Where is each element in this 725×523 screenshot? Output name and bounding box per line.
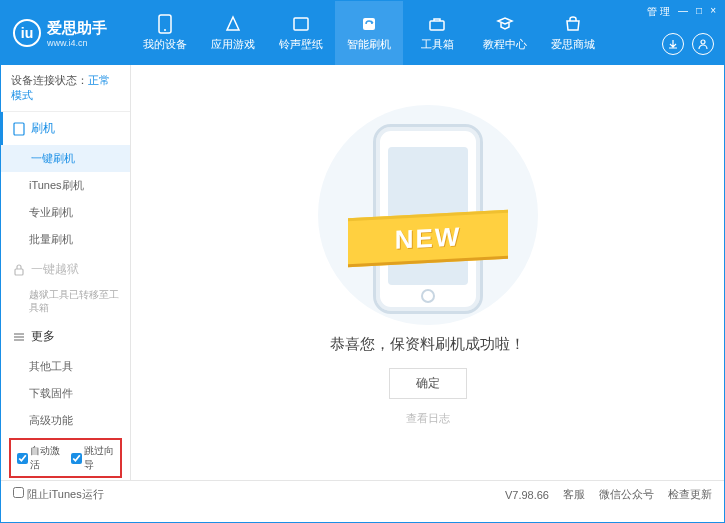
logo-icon: iu [13,19,41,47]
svg-rect-2 [294,18,308,30]
nav-ringtones[interactable]: 铃声壁纸 [267,1,335,65]
wallpaper-icon [291,14,311,34]
group-flash[interactable]: 刷机 [1,112,130,145]
minimize-button[interactable]: — [678,5,688,19]
svg-point-1 [164,29,166,31]
check-update-link[interactable]: 检查更新 [668,487,712,502]
sidebar-item-advanced[interactable]: 高级功能 [1,407,130,434]
group-label: 一键越狱 [31,261,79,278]
nav-label: 教程中心 [483,37,527,52]
ok-button[interactable]: 确定 [389,368,467,399]
nav-flash[interactable]: 智能刷机 [335,1,403,65]
wechat-link[interactable]: 微信公众号 [599,487,654,502]
group-label: 刷机 [31,120,55,137]
svg-rect-3 [363,18,375,30]
store-icon [563,14,583,34]
svg-rect-6 [14,123,24,135]
logo-area: iu 爱思助手 www.i4.cn [1,19,131,48]
more-icon [13,332,25,342]
phone-icon [13,122,25,136]
version-text: V7.98.66 [505,489,549,501]
status-label: 设备连接状态： [11,74,88,86]
group-label: 更多 [31,328,55,345]
view-log-link[interactable]: 查看日志 [406,411,450,426]
svg-rect-7 [15,269,23,275]
app-header: iu 爱思助手 www.i4.cn 我的设备 应用游戏 铃声壁纸 智能刷机 工具… [1,1,724,65]
phone-icon [155,14,175,34]
footer: 阻止iTunes运行 V7.98.66 客服 微信公众号 检查更新 [1,480,724,508]
sidebar-item-batch-flash[interactable]: 批量刷机 [1,226,130,253]
sidebar-item-pro-flash[interactable]: 专业刷机 [1,199,130,226]
nav-label: 铃声壁纸 [279,37,323,52]
nav-label: 工具箱 [421,37,454,52]
nav-my-device[interactable]: 我的设备 [131,1,199,65]
flash-icon [359,14,379,34]
toolbox-icon [427,14,447,34]
sidebar-item-itunes-flash[interactable]: iTunes刷机 [1,172,130,199]
close-button[interactable]: × [710,5,716,19]
connection-status: 设备连接状态：正常模式 [1,65,130,112]
skip-guide-checkbox[interactable]: 跳过向导 [71,444,115,472]
maximize-button[interactable]: □ [696,5,702,19]
apps-icon [223,14,243,34]
main-content: NEW 恭喜您，保资料刷机成功啦！ 确定 查看日志 [131,65,724,480]
app-url: www.i4.cn [47,38,107,48]
checkbox-label: 跳过向导 [84,444,115,472]
phone-illustration: NEW [358,119,498,319]
user-button[interactable] [692,33,714,55]
manage-link[interactable]: 管 理 [647,5,670,19]
auto-activate-checkbox[interactable]: 自动激活 [17,444,61,472]
nav-tutorials[interactable]: 教程中心 [471,1,539,65]
download-button[interactable] [662,33,684,55]
app-name: 爱思助手 [47,19,107,38]
nav-toolbox[interactable]: 工具箱 [403,1,471,65]
checkbox-label: 阻止iTunes运行 [27,488,104,500]
tutorial-icon [495,14,515,34]
block-itunes-checkbox[interactable]: 阻止iTunes运行 [13,487,104,502]
nav-apps[interactable]: 应用游戏 [199,1,267,65]
nav-label: 我的设备 [143,37,187,52]
window-controls: 管 理 — □ × [647,5,716,19]
nav-label: 爱思商城 [551,37,595,52]
sidebar-item-download-fw[interactable]: 下载固件 [1,380,130,407]
options-highlight-box: 自动激活 跳过向导 [9,438,122,478]
customer-service-link[interactable]: 客服 [563,487,585,502]
group-more[interactable]: 更多 [1,320,130,353]
jailbreak-note: 越狱工具已转移至工具箱 [1,286,130,320]
success-message: 恭喜您，保资料刷机成功啦！ [330,335,525,354]
sidebar-item-other-tools[interactable]: 其他工具 [1,353,130,380]
sidebar: 设备连接状态：正常模式 刷机 一键刷机 iTunes刷机 专业刷机 批量刷机 一… [1,65,131,480]
sidebar-item-oneclick-flash[interactable]: 一键刷机 [1,145,130,172]
checkbox-label: 自动激活 [30,444,61,472]
group-jailbreak: 一键越狱 [1,253,130,286]
nav-label: 智能刷机 [347,37,391,52]
svg-rect-4 [430,21,444,30]
main-nav: 我的设备 应用游戏 铃声壁纸 智能刷机 工具箱 教程中心 爱思商城 [131,1,607,65]
new-banner: NEW [348,210,508,267]
lock-icon [13,264,25,276]
nav-label: 应用游戏 [211,37,255,52]
svg-point-5 [701,40,705,44]
nav-store[interactable]: 爱思商城 [539,1,607,65]
